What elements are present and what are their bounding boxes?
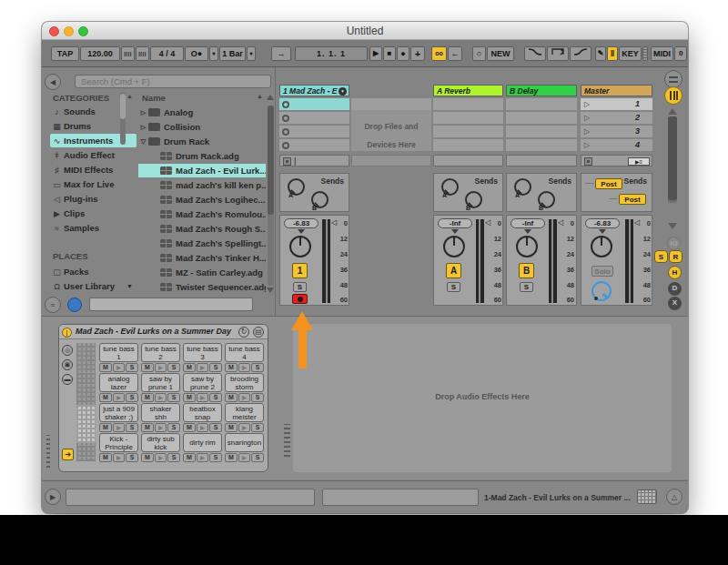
solo-button[interactable]: S [293,282,307,292]
post-toggle-a[interactable]: Post [595,178,622,189]
drum-pad[interactable]: dirty sub kick [141,433,180,452]
pad-overview[interactable] [76,343,96,461]
browser-item-twister[interactable]: Twister Sequencer.adg [138,280,266,294]
loop-switch[interactable]: ○ [472,46,486,61]
sidebar-item-samples[interactable]: ≈Samples [50,221,136,235]
pad-mute[interactable]: M [183,453,196,462]
pad-solo[interactable]: S [167,453,180,462]
browser-item-analog[interactable]: ▷Analog [138,106,266,119]
mixer-toggle-h[interactable]: H [668,266,682,279]
browser-item-drum-rack[interactable]: ▽Drum Rack [138,135,266,148]
browser-item-logihec[interactable]: Mad Zach's Logihec... [138,193,266,207]
send-a-knob[interactable]: A [514,178,531,196]
send-a-knob[interactable]: A [441,178,459,196]
pad-solo[interactable]: S [209,453,222,462]
master-stop-row[interactable]: ▶≡ [581,155,652,166]
send-b-knob[interactable]: B [311,191,329,208]
scene-launch-button[interactable]: ▶≡ [628,157,650,166]
scene-slot-2[interactable]: ▷2 [581,112,652,124]
pad-mute[interactable]: M [225,393,238,402]
drum-pad[interactable]: tune bass 4 [225,343,264,362]
pad-mute[interactable]: M [141,363,154,372]
scene-play-icon[interactable]: ▷ [584,126,590,137]
name-sort-icon[interactable]: ▲ [257,93,263,99]
pad-mute[interactable]: M [99,363,112,372]
drum-pad[interactable]: snarington [225,433,264,452]
pad-play-icon[interactable]: ▶ [197,393,209,402]
categories-scrollbar-thumb[interactable] [120,94,126,119]
return-slot[interactable] [506,126,577,137]
arrangement-position[interactable]: 1. 1. 1 [295,46,368,61]
drum-pad[interactable]: saw by prune 1 [141,373,180,392]
play-button[interactable]: ▶ [369,46,382,61]
session-scrollbar-thumb[interactable] [668,116,677,200]
drum-pad[interactable]: just a 909 shaker ;) [99,403,138,422]
places-collapse-icon[interactable]: ▼ [126,279,133,293]
pad-solo[interactable]: S [251,453,264,462]
clip-slot[interactable] [279,126,349,137]
pad-solo[interactable]: S [126,423,138,432]
volume-value[interactable]: -Inf [438,218,472,228]
pad-overview-selection[interactable] [76,405,96,443]
browser-item-romulou[interactable]: Mad Zach's Romulou... [138,207,266,221]
scene-play-icon[interactable]: ▷ [584,139,590,151]
return-slot[interactable] [433,98,503,110]
capture-new-button[interactable]: NEW [487,46,514,61]
pad-view-icon[interactable]: ▣ [62,359,73,370]
pad-play-icon[interactable]: ▶ [197,423,209,432]
pad-solo[interactable]: S [209,393,222,402]
scene-slot-4[interactable]: ▷4 [581,139,652,151]
pad-play-icon[interactable]: ▶ [155,423,167,432]
show-hide-arrow-icon[interactable]: ▶ [45,489,61,505]
device-title-bar[interactable]: | Mad Zach - Evil Lurks on a Summer Day … [59,325,268,339]
pad-mute[interactable]: M [141,423,154,432]
stop-all-icon[interactable] [283,157,291,166]
search-input[interactable]: Search (Cmd + F) [75,75,271,88]
track-activator[interactable]: B [519,263,534,278]
drum-pad[interactable]: brooding storm [225,373,264,392]
sends-toggle-s[interactable]: S [654,250,668,263]
pad-mute[interactable]: M [183,423,196,432]
time-signature-field[interactable]: 4 / 4 [150,46,184,61]
pad-mute[interactable]: M [225,423,238,432]
cpu-meter[interactable]: 0 % [674,46,687,61]
send-b-knob[interactable]: B [465,191,482,208]
pad-solo[interactable]: S [209,363,222,372]
pad-play-icon[interactable]: ▶ [155,453,167,462]
browser-scrollbar-thumb[interactable] [268,106,274,215]
scroll-up-icon[interactable] [668,108,677,115]
browser-item-collision[interactable]: ▷Collision [138,120,266,134]
scene-play-icon[interactable]: ▷ [584,112,590,124]
pad-mute[interactable]: M [225,453,238,462]
scroll-down-icon[interactable] [668,223,677,229]
pad-play-icon[interactable]: ▶ [238,393,251,402]
clip-slot[interactable] [279,139,349,151]
stop-button[interactable]: ■ [383,46,396,61]
browser-item-mad-zach-evil-lurk[interactable]: Mad Zach - Evil Lurk... [138,164,266,177]
track-header-master[interactable]: Master [581,85,652,96]
scene-slot-1[interactable]: ▷1 [581,98,652,110]
io-section-toggle[interactable] [664,70,682,88]
mixer-section-toggle[interactable] [664,86,682,105]
resize-triangle-icon[interactable]: △ [666,489,682,505]
pencil-button[interactable]: ✎ [595,46,606,61]
pad-play-icon[interactable]: ▶ [113,393,126,402]
post-toggle-b[interactable]: Post [619,194,646,205]
pad-solo[interactable]: S [251,363,264,372]
browser-item-kill-ken[interactable]: mad zach's kill ken p... [138,178,266,192]
pad-solo[interactable]: S [251,423,264,432]
save-preset-icon[interactable]: ▤ [253,327,264,338]
sidebar-item-max-for-live[interactable]: ▭Max for Live [50,177,136,191]
categories-sort-icon[interactable]: ▲ [126,93,133,99]
pad-mute[interactable]: M [225,363,238,372]
volume-value[interactable]: -6.83 [284,218,318,228]
status-field-right[interactable] [322,489,479,506]
drum-pad[interactable]: beatbox snap [183,403,222,422]
return-stop-row[interactable] [433,155,503,166]
return-slot[interactable] [506,139,577,151]
automation-arm-button[interactable]: oo [431,46,447,61]
key-map-button[interactable]: KEY [619,46,642,61]
drum-pad[interactable]: analog lazer [99,373,138,392]
drum-pad[interactable]: klang meister [225,403,264,422]
sidebar-item-packs[interactable]: ▢Packs [50,265,136,278]
